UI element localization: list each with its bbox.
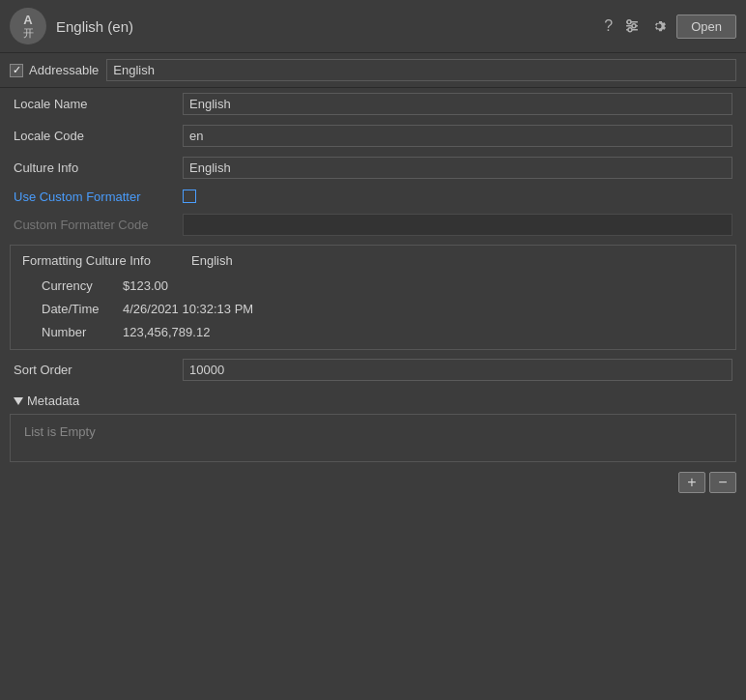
currency-value: $123.00	[123, 278, 168, 293]
number-value: 123,456,789.12	[123, 325, 210, 339]
locale-code-row: Locale Code	[0, 120, 746, 152]
use-custom-formatter-checkbox[interactable]	[183, 190, 196, 203]
content: Locale Name Locale Code Culture Info Use…	[0, 88, 746, 700]
custom-formatter-code-row: Custom Formatter Code	[0, 209, 746, 241]
addressable-label: Addressable	[29, 63, 99, 77]
datetime-row: Date/Time 4/26/2021 10:32:13 PM	[18, 297, 728, 320]
header-icons: ? Open	[602, 15, 736, 39]
help-icon-button[interactable]: ?	[602, 15, 615, 37]
culture-info-label: Culture Info	[14, 160, 183, 175]
locale-name-input[interactable]	[183, 93, 732, 115]
addressable-input[interactable]	[106, 59, 736, 81]
svg-point-5	[628, 28, 632, 32]
formatting-culture-info-value: English	[191, 253, 233, 268]
sort-order-input[interactable]	[183, 359, 732, 381]
add-button[interactable]: +	[678, 472, 705, 493]
formatting-header: Formatting Culture Info English	[18, 251, 728, 270]
datetime-value: 4/26/2021 10:32:13 PM	[123, 302, 253, 316]
addressable-row: Addressable	[0, 53, 746, 88]
metadata-empty-text: List is Empty	[24, 424, 96, 439]
svg-point-3	[627, 20, 631, 24]
metadata-collapse-icon	[14, 397, 23, 405]
panel: A 开 English (en) ?	[0, 0, 746, 700]
metadata-title: Metadata	[27, 394, 79, 408]
locale-name-row: Locale Name	[0, 88, 746, 120]
gear-icon-button[interactable]	[649, 16, 669, 36]
open-button[interactable]: Open	[676, 15, 736, 39]
formatting-culture-info-label: Formatting Culture Info	[22, 253, 191, 268]
avatar-chinese: 开	[23, 27, 34, 40]
culture-info-row: Culture Info	[0, 152, 746, 184]
bottom-buttons: + −	[0, 466, 746, 499]
custom-formatter-code-label: Custom Formatter Code	[14, 218, 183, 232]
datetime-label: Date/Time	[26, 302, 123, 316]
sort-order-label: Sort Order	[14, 363, 183, 377]
currency-row: Currency $123.00	[18, 274, 728, 297]
formatting-section: Formatting Culture Info English Currency…	[10, 245, 736, 350]
metadata-header[interactable]: Metadata	[10, 390, 736, 412]
addressable-checkbox-label[interactable]: Addressable	[10, 63, 99, 77]
custom-formatter-code-input[interactable]	[183, 214, 732, 236]
avatar-letter: A	[23, 13, 32, 28]
use-custom-formatter-row: Use Custom Formatter	[0, 184, 746, 209]
panel-title: English (en)	[56, 18, 602, 35]
locale-name-label: Locale Name	[14, 97, 183, 111]
sort-order-row: Sort Order	[0, 354, 746, 386]
number-label: Number	[26, 325, 123, 339]
remove-button[interactable]: −	[709, 472, 736, 493]
svg-point-4	[632, 24, 636, 28]
metadata-list: List is Empty	[10, 414, 736, 462]
currency-label: Currency	[26, 278, 123, 293]
number-row: Number 123,456,789.12	[18, 320, 728, 343]
addressable-checkbox[interactable]	[10, 64, 23, 77]
avatar: A 开	[10, 8, 46, 44]
header: A 开 English (en) ?	[0, 0, 746, 53]
culture-info-input[interactable]	[183, 157, 732, 179]
metadata-section: Metadata List is Empty	[0, 386, 746, 466]
sliders-icon-button[interactable]	[622, 16, 642, 36]
locale-code-label: Locale Code	[14, 129, 183, 143]
use-custom-formatter-label: Use Custom Formatter	[14, 190, 183, 204]
locale-code-input[interactable]	[183, 125, 732, 147]
